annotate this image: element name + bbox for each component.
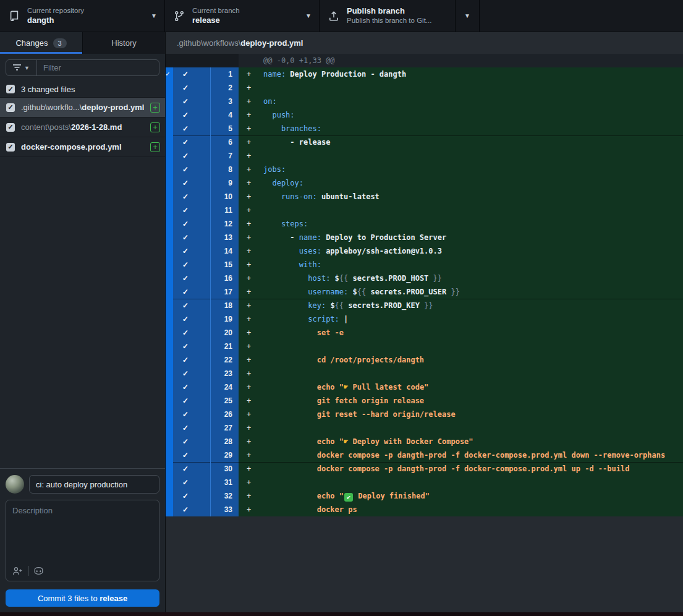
file-row[interactable]: ✓content\posts\2026-1-28.md+ — [0, 118, 165, 137]
hunk-select-bar[interactable] — [166, 448, 173, 462]
diff-code-line: + — [239, 340, 683, 353]
hunk-select-bar[interactable] — [166, 285, 173, 299]
file-checkbox[interactable]: ✓ — [6, 123, 15, 132]
diff-line-checkbox[interactable]: ✓ — [173, 340, 210, 353]
hunk-select-bar[interactable] — [166, 81, 173, 95]
diff-line-checkbox[interactable]: ✓ — [173, 244, 210, 258]
diff-line-checkbox[interactable]: ✓ — [173, 285, 210, 299]
hunk-select-bar[interactable] — [166, 435, 173, 448]
hunk-select-bar[interactable] — [166, 135, 173, 149]
hunk-select-bar[interactable] — [166, 217, 173, 231]
hunk-select-bar[interactable] — [166, 122, 173, 135]
diff-line-checkbox[interactable]: ✓ — [173, 203, 210, 217]
diff-line-checkbox[interactable]: ✓ — [173, 421, 210, 435]
diff-line-checkbox[interactable]: ✓ — [173, 448, 210, 462]
hunk-select-bar[interactable] — [166, 312, 173, 326]
hunk-select-bar[interactable] — [166, 476, 173, 489]
hunk-select-bar[interactable] — [166, 340, 173, 353]
hunk-select-bar[interactable] — [166, 95, 173, 108]
file-checkbox[interactable]: ✓ — [6, 143, 15, 152]
tab-history[interactable]: History — [82, 32, 165, 54]
diff-code-text: echo "✔ Deploy finished" — [263, 492, 430, 501]
commit-button[interactable]: Commit 3 files to release — [6, 589, 159, 607]
commit-description-input[interactable] — [6, 500, 159, 560]
diff-line-checkbox[interactable]: ✓ — [173, 476, 210, 489]
current-branch-button[interactable]: Current branch release ▼ — [165, 0, 320, 32]
hunk-select-bar[interactable] — [166, 299, 173, 312]
hunk-select-bar[interactable] — [166, 367, 173, 380]
file-row[interactable]: ✓docker-compose.prod.yml+ — [0, 137, 165, 157]
diff-line-checkbox[interactable]: ✓ — [173, 503, 210, 516]
hunk-select-bar[interactable] — [166, 408, 173, 421]
diff-line-checkbox[interactable]: ✓ — [173, 353, 210, 367]
hunk-select-bar[interactable] — [166, 163, 173, 176]
filter-options-button[interactable]: ▼ — [6, 60, 37, 75]
diff-row: ✓✓1+name: Deploy Production - dangth — [166, 67, 683, 81]
hunk-select-bar[interactable] — [166, 489, 173, 503]
diff-line-checkbox[interactable]: ✓ — [173, 312, 210, 326]
hunk-select-bar[interactable] — [166, 244, 173, 258]
diff-line-checkbox[interactable]: ✓ — [173, 408, 210, 421]
hunk-select-bar[interactable] — [166, 149, 173, 163]
diff-line-checkbox[interactable]: ✓ — [173, 380, 210, 394]
diff-code-line: + echo "☛ Pull latest code" — [239, 380, 683, 394]
hunk-select-bar[interactable] — [166, 462, 173, 476]
diff-line-checkbox[interactable]: ✓ — [173, 489, 210, 503]
current-repository-button[interactable]: Current repository dangth ▼ — [0, 0, 165, 32]
diff-plus-sign: + — [239, 111, 263, 119]
diff-line-checkbox[interactable]: ✓ — [173, 163, 210, 176]
publish-branch-button[interactable]: Publish branch Publish this branch to Gi… — [320, 0, 456, 32]
hunk-select-bar[interactable] — [166, 190, 173, 203]
hunk-select-bar[interactable] — [166, 272, 173, 285]
hunk-select-bar[interactable] — [166, 258, 173, 272]
diff-line-checkbox[interactable]: ✓ — [173, 95, 210, 108]
hunk-select-bar[interactable] — [166, 503, 173, 516]
tab-changes-label: Changes — [15, 38, 48, 48]
filter-funnel-icon — [13, 64, 21, 71]
diff-line-number: 32 — [210, 489, 239, 503]
diff-line-checkbox[interactable]: ✓ — [173, 190, 210, 203]
diff-line-checkbox[interactable]: ✓ — [173, 149, 210, 163]
diff-line-checkbox[interactable]: ✓ — [173, 435, 210, 448]
diff-row: ✓11+ — [166, 203, 683, 217]
hunk-select-bar[interactable] — [166, 380, 173, 394]
diff-line-checkbox[interactable]: ✓ — [173, 176, 210, 190]
diff-line-checkbox[interactable]: ✓ — [173, 394, 210, 408]
diff-line-checkbox[interactable]: ✓ — [173, 258, 210, 272]
diff-plus-sign: + — [239, 356, 263, 364]
hunk-select-bar[interactable] — [166, 326, 173, 340]
diff-line-checkbox[interactable]: ✓ — [173, 81, 210, 95]
diff-code-line: +name: Deploy Production - dangth — [239, 67, 683, 81]
commit-form: Commit 3 files to release — [0, 468, 165, 612]
diff-line-checkbox[interactable]: ✓ — [173, 326, 210, 340]
diff-line-checkbox[interactable]: ✓ — [173, 231, 210, 244]
diff-line-checkbox[interactable]: ✓ — [173, 122, 210, 135]
select-all-checkbox[interactable]: ✓ — [6, 85, 15, 93]
hunk-select-bar[interactable] — [166, 421, 173, 435]
diff-line-number: 2 — [210, 81, 239, 95]
publish-options-button[interactable]: ▼ — [456, 0, 480, 32]
diff-line-checkbox[interactable]: ✓ — [173, 108, 210, 122]
file-row[interactable]: ✓.github\workflo...\deploy-prod.yml+ — [0, 98, 165, 118]
diff-line-checkbox[interactable]: ✓ — [173, 299, 210, 312]
diff-line-checkbox[interactable]: ✓ — [173, 67, 210, 81]
hunk-select-bar[interactable] — [166, 108, 173, 122]
hunk-select-bar[interactable] — [166, 353, 173, 367]
file-checkbox[interactable]: ✓ — [6, 103, 15, 112]
hunk-select-bar[interactable] — [166, 176, 173, 190]
hunk-select-bar[interactable] — [166, 231, 173, 244]
hunk-select-bar[interactable] — [166, 394, 173, 408]
copilot-button[interactable] — [33, 567, 44, 575]
hunk-select-bar[interactable] — [166, 203, 173, 217]
diff-line-checkbox[interactable]: ✓ — [173, 135, 210, 149]
tab-changes[interactable]: Changes 3 — [0, 32, 82, 54]
add-coauthor-button[interactable] — [12, 567, 23, 576]
diff-line-checkbox[interactable]: ✓ — [173, 272, 210, 285]
diff-line-checkbox[interactable]: ✓ — [173, 462, 210, 476]
diff-line-number: 7 — [210, 149, 239, 163]
diff-line-checkbox[interactable]: ✓ — [173, 217, 210, 231]
hunk-select-bar[interactable]: ✓ — [166, 67, 173, 81]
diff-line-checkbox[interactable]: ✓ — [173, 367, 210, 380]
commit-summary-input[interactable] — [29, 475, 159, 494]
filter-input[interactable] — [37, 60, 159, 75]
